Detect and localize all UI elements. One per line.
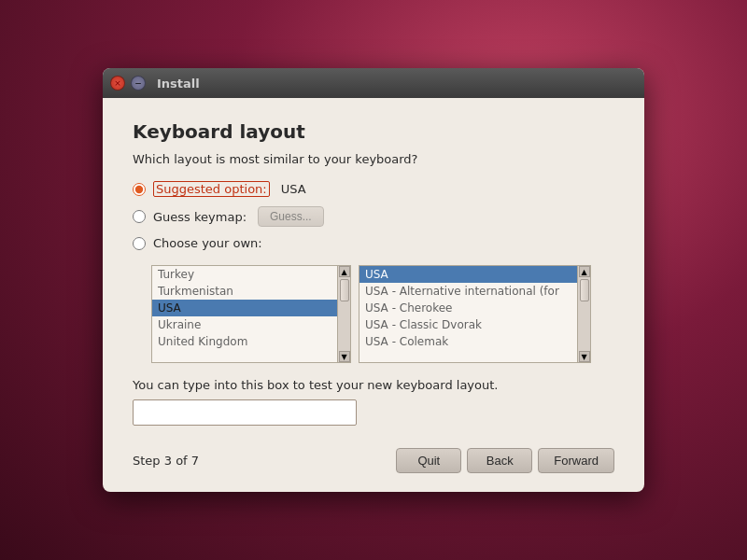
right-list-scrollbar[interactable]: ▲ ▼	[578, 265, 591, 363]
scrollbar-down-arrow[interactable]: ▼	[579, 351, 590, 362]
left-list-scrollbar[interactable]: ▲ ▼	[338, 265, 351, 363]
scrollbar-up-arrow[interactable]: ▲	[339, 266, 350, 277]
scrollbar-thumb[interactable]	[340, 279, 349, 301]
close-button[interactable]: ×	[110, 76, 125, 91]
quit-button[interactable]: Quit	[396, 448, 461, 473]
forward-button[interactable]: Forward	[538, 448, 614, 473]
back-button[interactable]: Back	[467, 448, 532, 473]
list-item[interactable]: USA - Colemak	[359, 333, 577, 350]
window-title: Install	[157, 77, 200, 91]
step-indicator: Step 3 of 7	[133, 454, 199, 468]
titlebar: × − Install	[103, 68, 644, 98]
list-item[interactable]: Turkey	[152, 266, 337, 283]
right-list-container: USA USA - Alternative international (for…	[359, 265, 591, 363]
radio-group: Suggested option: USA Guess keymap: Gues…	[133, 181, 614, 250]
list-item[interactable]: United Kingdom	[152, 333, 337, 350]
scrollbar-thumb[interactable]	[580, 279, 589, 301]
choose-label: Choose your own:	[153, 236, 262, 250]
radio-guess[interactable]	[133, 210, 146, 223]
list-item[interactable]: USA - Alternative international (for	[359, 283, 577, 300]
lists-row: Turkey Turkmenistan USA Ukraine United K…	[151, 265, 614, 363]
guess-button[interactable]: Guess...	[258, 206, 324, 227]
list-item[interactable]: Turkmenistan	[152, 283, 337, 300]
suggested-label: Suggested option:	[153, 181, 270, 197]
page-title: Keyboard layout	[133, 120, 614, 143]
radio-row-choose: Choose your own:	[133, 236, 614, 250]
left-list-container: Turkey Turkmenistan USA Ukraine United K…	[151, 265, 351, 363]
list-item[interactable]: USA	[152, 300, 337, 316]
minimize-icon: −	[134, 78, 142, 88]
close-icon: ×	[114, 78, 121, 88]
radio-suggested[interactable]	[133, 183, 146, 196]
radio-row-guess: Guess keymap: Guess...	[133, 206, 614, 227]
minimize-button[interactable]: −	[131, 76, 146, 91]
scrollbar-down-arrow[interactable]: ▼	[339, 351, 350, 362]
radio-row-suggested: Suggested option: USA	[133, 181, 614, 197]
window-content: Keyboard layout Which layout is most sim…	[103, 98, 644, 492]
test-box-label: You can type into this box to test your …	[133, 378, 614, 392]
keyboard-test-input[interactable]	[133, 399, 357, 426]
list-item[interactable]: Ukraine	[152, 316, 337, 333]
suggested-value: USA	[281, 182, 306, 196]
list-item[interactable]: USA - Cherokee	[359, 300, 577, 316]
radio-choose[interactable]	[133, 237, 146, 250]
footer-buttons: Quit Back Forward	[396, 448, 614, 473]
scrollbar-up-arrow[interactable]: ▲	[579, 266, 590, 277]
left-list[interactable]: Turkey Turkmenistan USA Ukraine United K…	[151, 265, 338, 363]
right-list[interactable]: USA USA - Alternative international (for…	[359, 265, 578, 363]
install-window: × − Install Keyboard layout Which layout…	[103, 68, 644, 492]
guess-label: Guess keymap:	[153, 210, 247, 224]
list-item[interactable]: USA	[359, 266, 577, 283]
list-item[interactable]: USA - Classic Dvorak	[359, 316, 577, 333]
subtitle: Which layout is most similar to your key…	[133, 152, 614, 166]
footer: Step 3 of 7 Quit Back Forward	[133, 444, 614, 473]
